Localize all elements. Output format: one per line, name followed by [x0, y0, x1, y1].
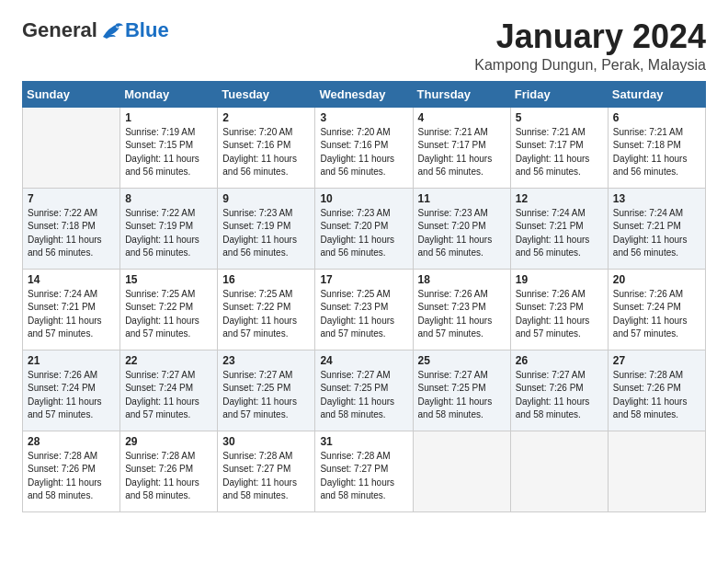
- day-info: Sunrise: 7:28 AM Sunset: 7:26 PM Dayligh…: [125, 450, 212, 503]
- calendar-cell: 28Sunrise: 7:28 AM Sunset: 7:26 PM Dayli…: [23, 431, 120, 511]
- day-info: Sunrise: 7:23 AM Sunset: 7:20 PM Dayligh…: [320, 207, 407, 260]
- calendar-cell: 26Sunrise: 7:27 AM Sunset: 7:26 PM Dayli…: [510, 350, 608, 431]
- day-number: 24: [320, 354, 407, 367]
- calendar-week-row: 28Sunrise: 7:28 AM Sunset: 7:26 PM Dayli…: [23, 431, 706, 511]
- calendar-table: SundayMondayTuesdayWednesdayThursdayFrid…: [22, 81, 706, 512]
- calendar-cell: 30Sunrise: 7:28 AM Sunset: 7:27 PM Dayli…: [218, 431, 315, 511]
- logo-bird-icon: [99, 20, 125, 40]
- day-number: 19: [516, 273, 603, 286]
- day-info: Sunrise: 7:22 AM Sunset: 7:19 PM Dayligh…: [125, 207, 212, 260]
- calendar-week-row: 1Sunrise: 7:19 AM Sunset: 7:15 PM Daylig…: [23, 107, 706, 188]
- day-number: 14: [28, 273, 115, 286]
- calendar-cell: 10Sunrise: 7:23 AM Sunset: 7:20 PM Dayli…: [315, 188, 413, 269]
- day-info: Sunrise: 7:19 AM Sunset: 7:15 PM Dayligh…: [125, 126, 212, 179]
- day-info: Sunrise: 7:28 AM Sunset: 7:26 PM Dayligh…: [28, 450, 115, 503]
- calendar-cell: 8Sunrise: 7:22 AM Sunset: 7:19 PM Daylig…: [120, 188, 218, 269]
- header-cell-thursday: Thursday: [413, 81, 510, 107]
- day-number: 9: [222, 192, 310, 205]
- calendar-cell: 21Sunrise: 7:26 AM Sunset: 7:24 PM Dayli…: [23, 350, 120, 431]
- day-info: Sunrise: 7:28 AM Sunset: 7:26 PM Dayligh…: [613, 369, 700, 422]
- day-number: 27: [613, 354, 700, 367]
- day-info: Sunrise: 7:25 AM Sunset: 7:23 PM Dayligh…: [320, 288, 407, 341]
- calendar-cell: 31Sunrise: 7:28 AM Sunset: 7:27 PM Dayli…: [315, 431, 413, 511]
- calendar-cell: 11Sunrise: 7:23 AM Sunset: 7:20 PM Dayli…: [413, 188, 510, 269]
- day-info: Sunrise: 7:24 AM Sunset: 7:21 PM Dayligh…: [613, 207, 700, 260]
- day-info: Sunrise: 7:20 AM Sunset: 7:16 PM Dayligh…: [222, 126, 310, 179]
- header-cell-tuesday: Tuesday: [218, 81, 315, 107]
- calendar-cell: 22Sunrise: 7:27 AM Sunset: 7:24 PM Dayli…: [120, 350, 218, 431]
- calendar-cell: 16Sunrise: 7:25 AM Sunset: 7:22 PM Dayli…: [218, 269, 315, 350]
- day-info: Sunrise: 7:26 AM Sunset: 7:24 PM Dayligh…: [28, 369, 115, 422]
- calendar-cell: [413, 431, 510, 511]
- calendar-cell: 9Sunrise: 7:23 AM Sunset: 7:19 PM Daylig…: [218, 188, 315, 269]
- calendar-cell: 25Sunrise: 7:27 AM Sunset: 7:25 PM Dayli…: [413, 350, 510, 431]
- calendar-cell: 29Sunrise: 7:28 AM Sunset: 7:26 PM Dayli…: [120, 431, 218, 511]
- page-header: General Blue January 2024 Kampong Dungun…: [22, 18, 706, 74]
- day-number: 7: [28, 192, 115, 205]
- header-cell-friday: Friday: [510, 81, 608, 107]
- day-number: 1: [125, 111, 212, 124]
- calendar-cell: 18Sunrise: 7:26 AM Sunset: 7:23 PM Dayli…: [413, 269, 510, 350]
- calendar-cell: 13Sunrise: 7:24 AM Sunset: 7:21 PM Dayli…: [608, 188, 705, 269]
- day-info: Sunrise: 7:28 AM Sunset: 7:27 PM Dayligh…: [320, 450, 407, 503]
- day-number: 20: [613, 273, 700, 286]
- day-number: 21: [28, 354, 115, 367]
- day-number: 12: [516, 192, 603, 205]
- day-info: Sunrise: 7:26 AM Sunset: 7:24 PM Dayligh…: [613, 288, 700, 341]
- day-number: 18: [418, 273, 506, 286]
- calendar-cell: [23, 107, 120, 188]
- day-info: Sunrise: 7:27 AM Sunset: 7:24 PM Dayligh…: [125, 369, 212, 422]
- day-info: Sunrise: 7:21 AM Sunset: 7:17 PM Dayligh…: [516, 126, 603, 179]
- day-number: 2: [222, 111, 310, 124]
- title-block: January 2024 Kampong Dungun, Perak, Mala…: [474, 18, 706, 74]
- calendar-cell: 3Sunrise: 7:20 AM Sunset: 7:16 PM Daylig…: [315, 107, 413, 188]
- day-number: 28: [28, 435, 115, 448]
- day-number: 10: [320, 192, 407, 205]
- day-number: 3: [320, 111, 407, 124]
- day-info: Sunrise: 7:21 AM Sunset: 7:17 PM Dayligh…: [418, 126, 506, 179]
- calendar-header-row: SundayMondayTuesdayWednesdayThursdayFrid…: [23, 81, 706, 107]
- calendar-week-row: 7Sunrise: 7:22 AM Sunset: 7:18 PM Daylig…: [23, 188, 706, 269]
- calendar-week-row: 21Sunrise: 7:26 AM Sunset: 7:24 PM Dayli…: [23, 350, 706, 431]
- day-number: 30: [222, 435, 310, 448]
- day-info: Sunrise: 7:27 AM Sunset: 7:25 PM Dayligh…: [320, 369, 407, 422]
- day-number: 5: [516, 111, 603, 124]
- day-number: 16: [222, 273, 310, 286]
- calendar-cell: 15Sunrise: 7:25 AM Sunset: 7:22 PM Dayli…: [120, 269, 218, 350]
- day-info: Sunrise: 7:27 AM Sunset: 7:25 PM Dayligh…: [222, 369, 310, 422]
- day-info: Sunrise: 7:27 AM Sunset: 7:26 PM Dayligh…: [516, 369, 603, 422]
- header-cell-wednesday: Wednesday: [315, 81, 413, 107]
- day-info: Sunrise: 7:25 AM Sunset: 7:22 PM Dayligh…: [125, 288, 212, 341]
- day-info: Sunrise: 7:27 AM Sunset: 7:25 PM Dayligh…: [418, 369, 506, 422]
- day-number: 4: [418, 111, 506, 124]
- header-cell-sunday: Sunday: [23, 81, 120, 107]
- day-number: 31: [320, 435, 407, 448]
- day-number: 26: [516, 354, 603, 367]
- calendar-cell: 27Sunrise: 7:28 AM Sunset: 7:26 PM Dayli…: [608, 350, 705, 431]
- day-number: 15: [125, 273, 212, 286]
- day-number: 6: [613, 111, 700, 124]
- location-title: Kampong Dungun, Perak, Malaysia: [474, 57, 706, 74]
- header-cell-monday: Monday: [120, 81, 218, 107]
- day-info: Sunrise: 7:21 AM Sunset: 7:18 PM Dayligh…: [613, 126, 700, 179]
- calendar-cell: [608, 431, 705, 511]
- calendar-cell: 1Sunrise: 7:19 AM Sunset: 7:15 PM Daylig…: [120, 107, 218, 188]
- day-info: Sunrise: 7:23 AM Sunset: 7:19 PM Dayligh…: [222, 207, 310, 260]
- header-cell-saturday: Saturday: [608, 81, 705, 107]
- day-number: 29: [125, 435, 212, 448]
- calendar-cell: 6Sunrise: 7:21 AM Sunset: 7:18 PM Daylig…: [608, 107, 705, 188]
- calendar-cell: 5Sunrise: 7:21 AM Sunset: 7:17 PM Daylig…: [510, 107, 608, 188]
- calendar-cell: 2Sunrise: 7:20 AM Sunset: 7:16 PM Daylig…: [218, 107, 315, 188]
- logo: General Blue: [22, 18, 169, 42]
- calendar-cell: 7Sunrise: 7:22 AM Sunset: 7:18 PM Daylig…: [23, 188, 120, 269]
- calendar-cell: 14Sunrise: 7:24 AM Sunset: 7:21 PM Dayli…: [23, 269, 120, 350]
- calendar-week-row: 14Sunrise: 7:24 AM Sunset: 7:21 PM Dayli…: [23, 269, 706, 350]
- day-info: Sunrise: 7:26 AM Sunset: 7:23 PM Dayligh…: [418, 288, 506, 341]
- day-info: Sunrise: 7:28 AM Sunset: 7:27 PM Dayligh…: [222, 450, 310, 503]
- day-info: Sunrise: 7:23 AM Sunset: 7:20 PM Dayligh…: [418, 207, 506, 260]
- day-number: 17: [320, 273, 407, 286]
- day-info: Sunrise: 7:24 AM Sunset: 7:21 PM Dayligh…: [28, 288, 115, 341]
- day-info: Sunrise: 7:20 AM Sunset: 7:16 PM Dayligh…: [320, 126, 407, 179]
- day-number: 22: [125, 354, 212, 367]
- day-info: Sunrise: 7:25 AM Sunset: 7:22 PM Dayligh…: [222, 288, 310, 341]
